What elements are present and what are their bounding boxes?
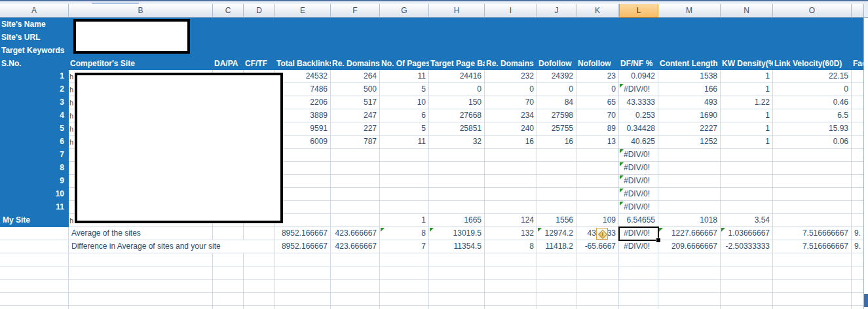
empty-row-3-cell-F[interactable] bbox=[331, 280, 380, 293]
fill-handle[interactable] bbox=[656, 238, 660, 242]
average-row-cell-G[interactable]: 8 bbox=[380, 227, 429, 240]
column-header-E[interactable]: E bbox=[275, 4, 331, 18]
empty-row-2-cell-D[interactable] bbox=[244, 266, 275, 280]
empty-row-5-cell-M[interactable] bbox=[658, 306, 721, 309]
difference-row-cell-E[interactable]: 8952.166667 bbox=[275, 240, 331, 253]
competitor-row-3-cell-M[interactable]: 493 bbox=[658, 96, 721, 109]
competitor-row-1-cell-K[interactable]: 23 bbox=[576, 70, 619, 83]
column-header-N[interactable]: N bbox=[721, 4, 773, 18]
competitor-row-1-cell-J[interactable]: 24392 bbox=[537, 70, 576, 83]
competitor-row-6-cell-H[interactable]: 32 bbox=[429, 136, 485, 149]
header-cell-I[interactable]: Re. Domains bbox=[485, 57, 537, 70]
header-cell-B[interactable]: Competitor's Site bbox=[69, 57, 213, 70]
competitor-row-10-cell-M[interactable] bbox=[658, 188, 721, 201]
empty-row-1-cell-O[interactable] bbox=[773, 253, 852, 266]
empty-row-1-cell-G[interactable] bbox=[380, 253, 429, 266]
my-site-row-cell-A[interactable]: My Site bbox=[0, 214, 69, 227]
competitor-row-6-cell-M[interactable]: 1252 bbox=[658, 136, 721, 149]
empty-row-4-cell-O[interactable] bbox=[773, 293, 852, 306]
competitor-row-1-cell-O[interactable]: 22.15 bbox=[773, 70, 852, 83]
competitor-row-8-cell-K[interactable] bbox=[576, 162, 619, 175]
competitor-row-2-cell-A[interactable]: 2 bbox=[0, 83, 69, 96]
empty-row-4-cell-K[interactable] bbox=[576, 293, 619, 306]
competitor-row-3-cell-G[interactable]: 10 bbox=[380, 96, 429, 109]
competitor-row-9-cell-O[interactable] bbox=[773, 175, 852, 188]
empty-row-3-cell-E[interactable] bbox=[275, 280, 331, 293]
competitor-row-9-cell-L[interactable]: #DIV/0! bbox=[619, 175, 658, 188]
empty-row-3-cell-O[interactable] bbox=[773, 280, 852, 293]
competitor-row-8-cell-M[interactable] bbox=[658, 162, 721, 175]
difference-row-cell-H[interactable]: 11354.5 bbox=[429, 240, 485, 253]
competitor-row-9-cell-F[interactable] bbox=[331, 175, 380, 188]
column-header-O[interactable]: O bbox=[773, 4, 852, 18]
average-row-cell-I[interactable]: 132 bbox=[485, 227, 537, 240]
competitor-row-6-cell-G[interactable]: 11 bbox=[380, 136, 429, 149]
difference-row-cell-G[interactable]: 7 bbox=[380, 240, 429, 253]
competitor-row-7-cell-L[interactable]: #DIV/0! bbox=[619, 149, 658, 162]
my-site-row-cell-J[interactable]: 1556 bbox=[537, 214, 576, 227]
competitor-row-8-cell-N[interactable] bbox=[721, 162, 773, 175]
competitor-row-4-cell-I[interactable]: 234 bbox=[485, 109, 537, 122]
header-cell-O[interactable]: Link Velocity(60D) bbox=[773, 57, 852, 70]
competitor-row-5-cell-F[interactable]: 227 bbox=[331, 122, 380, 136]
competitor-row-1-cell-M[interactable]: 1538 bbox=[658, 70, 721, 83]
average-row-cell-D[interactable] bbox=[244, 227, 275, 240]
empty-row-1-cell-B[interactable] bbox=[69, 253, 213, 266]
difference-row-cell-A[interactable] bbox=[0, 240, 69, 253]
competitor-row-10-cell-J[interactable] bbox=[537, 188, 576, 201]
empty-row-3-cell-H[interactable] bbox=[429, 280, 485, 293]
empty-row-4-cell-J[interactable] bbox=[537, 293, 576, 306]
difference-row-cell-K[interactable]: -65.6667 bbox=[576, 240, 619, 253]
competitor-row-9-cell-M[interactable] bbox=[658, 175, 721, 188]
empty-row-1-cell-A[interactable] bbox=[0, 253, 69, 266]
difference-row-cell-O[interactable]: 7.516666667 bbox=[773, 240, 852, 253]
empty-row-2-cell-M[interactable] bbox=[658, 266, 721, 280]
competitor-row-2-cell-O[interactable]: 0 bbox=[773, 83, 852, 96]
my-site-row-cell-M[interactable]: 1018 bbox=[658, 214, 721, 227]
error-options-button[interactable]: ! bbox=[596, 228, 608, 240]
competitor-row-11-cell-M[interactable] bbox=[658, 201, 721, 214]
empty-row-5-cell-C[interactable] bbox=[213, 306, 244, 309]
competitor-row-4-cell-N[interactable]: 1 bbox=[721, 109, 773, 122]
competitor-row-7-cell-I[interactable] bbox=[485, 149, 537, 162]
competitor-row-8-cell-J[interactable] bbox=[537, 162, 576, 175]
competitor-row-11-cell-N[interactable] bbox=[721, 201, 773, 214]
competitor-row-1-cell-I[interactable]: 232 bbox=[485, 70, 537, 83]
competitor-row-7-cell-J[interactable] bbox=[537, 149, 576, 162]
column-header-A[interactable]: A bbox=[0, 4, 69, 18]
competitor-row-6-cell-J[interactable]: 16 bbox=[537, 136, 576, 149]
competitor-row-11-cell-I[interactable] bbox=[485, 201, 537, 214]
competitor-row-8-cell-I[interactable] bbox=[485, 162, 537, 175]
header-cell-A[interactable]: S.No. bbox=[0, 57, 69, 70]
competitor-row-2-cell-G[interactable]: 5 bbox=[380, 83, 429, 96]
competitor-row-11-cell-J[interactable] bbox=[537, 201, 576, 214]
empty-row-5-cell-N[interactable] bbox=[721, 306, 773, 309]
average-row-cell-N[interactable]: 1.03666667 bbox=[721, 227, 773, 240]
competitor-row-10-cell-G[interactable] bbox=[380, 188, 429, 201]
empty-row-3-cell-C[interactable] bbox=[213, 280, 244, 293]
competitor-row-8-cell-F[interactable] bbox=[331, 162, 380, 175]
competitor-row-10-cell-K[interactable] bbox=[576, 188, 619, 201]
header-cell-H[interactable]: Target Page Backlinks bbox=[429, 57, 485, 70]
competitor-row-8-cell-A[interactable]: 8 bbox=[0, 162, 69, 175]
empty-row-5-cell-E[interactable] bbox=[275, 306, 331, 309]
competitor-row-5-cell-N[interactable]: 1 bbox=[721, 122, 773, 136]
header-cell-F[interactable]: Re. Domains bbox=[331, 57, 380, 70]
empty-row-4-cell-L[interactable] bbox=[619, 293, 658, 306]
empty-row-2-cell-G[interactable] bbox=[380, 266, 429, 280]
competitor-row-6-cell-F[interactable]: 787 bbox=[331, 136, 380, 149]
empty-row-1-cell-M[interactable] bbox=[658, 253, 721, 266]
competitor-row-6-cell-A[interactable]: 6 bbox=[0, 136, 69, 149]
competitor-row-10-cell-L[interactable]: #DIV/0! bbox=[619, 188, 658, 201]
competitor-row-8-cell-O[interactable] bbox=[773, 162, 852, 175]
row-sites-name-label[interactable]: Site's Name bbox=[0, 18, 46, 31]
empty-row-2-cell-K[interactable] bbox=[576, 266, 619, 280]
empty-row-3-cell-N[interactable] bbox=[721, 280, 773, 293]
competitor-row-10-cell-A[interactable]: 10 bbox=[0, 188, 69, 201]
column-header-K[interactable]: K bbox=[576, 4, 619, 18]
empty-row-4-cell-G[interactable] bbox=[380, 293, 429, 306]
column-header-M[interactable]: M bbox=[658, 4, 721, 18]
competitor-row-4-cell-L[interactable]: 0.253 bbox=[619, 109, 658, 122]
empty-row-2-cell-O[interactable] bbox=[773, 266, 852, 280]
empty-row-2-cell-L[interactable] bbox=[619, 266, 658, 280]
